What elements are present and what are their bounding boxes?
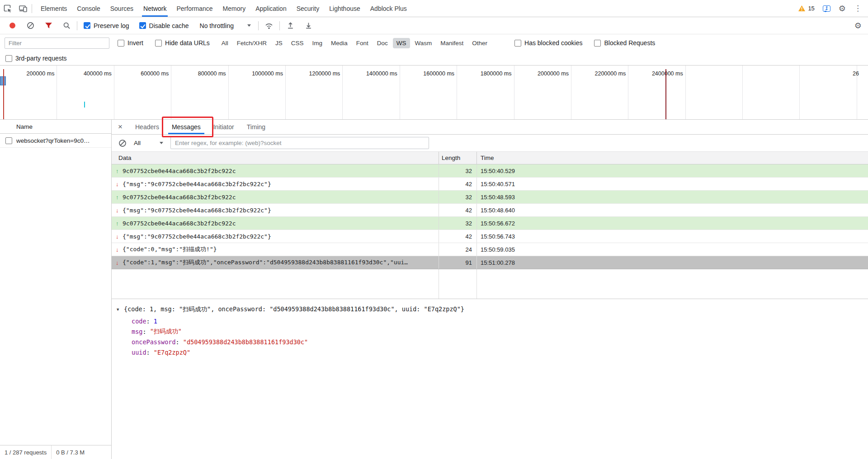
has-blocked-cookies-label: Has blocked cookies [524,39,582,47]
export-har-button[interactable] [301,22,316,29]
filter-type-img[interactable]: Img [308,38,326,48]
filter-type-css[interactable]: CSS [288,38,307,48]
filter-type-js[interactable]: JS [272,38,286,48]
message-row[interactable]: ↓{"msg":"9c07752cbe0e44aca668c3b2f2bc922… [112,230,868,243]
main-tab-application[interactable]: Application [250,0,292,17]
preserve-log-toggle[interactable]: Preserve log [84,22,129,29]
throttling-select[interactable]: No throttling [200,22,251,29]
message-regex-input[interactable] [170,137,429,149]
name-column-header[interactable]: Name [0,120,111,134]
invert-toggle[interactable]: Invert [118,39,143,47]
filter-toggle-button[interactable] [41,22,56,29]
filter-type-all[interactable]: All [218,38,232,48]
detail-tab-initiator[interactable]: Initiator [207,120,241,134]
third-party-toggle[interactable]: 3rd-party requests [5,55,67,62]
message-length: 32 [439,191,476,203]
has-blocked-cookies-checkbox[interactable] [514,40,521,47]
more-options-icon[interactable]: ⋮ [854,5,862,12]
filter-type-manifest[interactable]: Manifest [437,38,467,48]
main-tab-security[interactable]: Security [292,0,325,17]
filter-input[interactable] [5,37,109,49]
main-tab-network[interactable]: Network [138,0,171,17]
filter-type-media[interactable]: Media [327,38,351,48]
main-tab-memory[interactable]: Memory [218,0,251,17]
tree-entry-uuid[interactable]: uuid: "E7q2zpzQ" [132,347,868,357]
filter-type-wasm[interactable]: Wasm [411,38,436,48]
message-length: 24 [439,243,476,256]
filter-type-fetch-xhr[interactable]: Fetch/XHR [233,38,270,48]
chevron-down-icon [247,24,251,27]
detail-tab-timing[interactable]: Timing [241,120,272,134]
divider [279,21,280,30]
main-tab-elements[interactable]: Elements [36,0,72,17]
main-tab-lighthouse[interactable]: Lighthouse [324,0,365,17]
detail-tab-messages[interactable]: Messages [165,120,207,134]
disable-cache-toggle[interactable]: Disable cache [139,22,189,29]
hide-data-urls-checkbox[interactable] [155,40,162,47]
message-row[interactable]: ↑9c07752cbe0e44aca668c3b2f2bc922c3215:50… [112,217,868,230]
network-conditions-icon [264,22,274,30]
main-tab-console[interactable]: Console [72,0,105,17]
tree-root-toggle[interactable]: ▼ {code: 1, msg: "扫码成功", oncePassword: "… [117,305,868,314]
inspect-element-button[interactable] [0,0,15,17]
preserve-log-checkbox[interactable] [84,22,90,29]
message-row[interactable]: ↓{"code":0,"msg":"扫描成功!"}2415:50:59.035 [112,243,868,256]
record-icon [9,23,15,28]
search-button[interactable] [59,22,74,29]
disable-cache-checkbox[interactable] [139,22,146,29]
filter-type-ws[interactable]: WS [393,38,410,48]
main-tab-adblock-plus[interactable]: Adblock Plus [365,0,412,17]
tree-entry-oncepassword[interactable]: oncePassword: "d504959388d243b8b83881161… [132,337,868,347]
message-row[interactable]: ↑9c07752cbe0e44aca668c3b2f2bc922c3215:50… [112,164,868,178]
message-row[interactable]: ↑9c07752cbe0e44aca668c3b2f2bc922c3215:50… [112,191,868,204]
request-row[interactable]: websocket?qrToken=9c0… [0,134,111,148]
filter-row: Invert Hide data URLs AllFetch/XHRJSCSSI… [0,34,868,52]
third-party-checkbox[interactable] [5,55,12,62]
main-tab-sources[interactable]: Sources [105,0,138,17]
invert-label: Invert [127,39,143,47]
filter-type-font[interactable]: Font [353,38,372,48]
clear-network-log-button[interactable] [23,22,38,29]
detail-tab-headers[interactable]: Headers [129,120,165,134]
record-network-log-button[interactable] [5,23,20,28]
network-overview-timeline[interactable]: 200000 ms400000 ms600000 ms800000 ms1000… [0,66,868,120]
column-header-length[interactable]: Length [439,152,476,164]
message-row[interactable]: ↓{"code":1,"msg":"扫码成功","oncePassword":"… [112,256,868,269]
warnings-badge[interactable]: 15 [798,5,814,12]
message-data-text: 9c07752cbe0e44aca668c3b2f2bc922c [123,220,236,227]
preserve-log-label: Preserve log [94,22,129,29]
tree-entry-code[interactable]: code: 1 [132,316,868,326]
hide-data-urls-toggle[interactable]: Hide data URLs [155,39,210,47]
filter-type-other[interactable]: Other [468,38,491,48]
message-data-cell: ↑9c07752cbe0e44aca668c3b2f2bc922c [112,164,439,177]
timeline-column: 600000 ms [114,66,171,119]
tree-value: 1 [154,318,157,325]
import-har-button[interactable] [283,22,298,29]
clear-icon [27,22,34,29]
network-settings-gear-icon[interactable]: ⚙ [854,22,862,30]
filter-type-doc[interactable]: Doc [373,38,392,48]
settings-gear-icon[interactable]: ⚙ [839,5,846,13]
block-filter-icon[interactable] [118,139,127,147]
network-conditions-button[interactable] [261,22,277,30]
invert-checkbox[interactable] [118,40,124,47]
toggle-device-toolbar-button[interactable] [15,0,31,17]
tree-key: code [132,318,146,325]
request-checkbox[interactable] [5,137,12,144]
main-tab-performance[interactable]: Performance [171,0,217,17]
message-row[interactable]: ↓{"msg":"9c07752cbe0e44aca668c3b2f2bc922… [112,178,868,191]
requests-status-bar: 1 / 287 requests 0 B / 7.3 M [0,445,111,459]
issues-badge[interactable]: 1 [823,5,830,12]
close-detail-button[interactable]: × [112,120,129,134]
blocked-requests-toggle[interactable]: Blocked Requests [594,39,655,47]
has-blocked-cookies-toggle[interactable]: Has blocked cookies [514,39,582,47]
message-type-select[interactable]: All [134,140,163,146]
tree-entry-msg[interactable]: msg: "扫码成功" [132,326,868,337]
main-tab-strip: ElementsConsoleSourcesNetworkPerformance… [36,0,412,17]
throttling-value: No throttling [200,22,234,29]
column-header-data[interactable]: Data [112,152,439,164]
column-header-time[interactable]: Time [476,152,868,164]
request-detail-panel: × HeadersMessagesInitiatorTiming All Dat… [112,120,868,459]
blocked-requests-checkbox[interactable] [594,40,601,47]
message-row[interactable]: ↓{"msg":"9c07752cbe0e44aca668c3b2f2bc922… [112,204,868,217]
